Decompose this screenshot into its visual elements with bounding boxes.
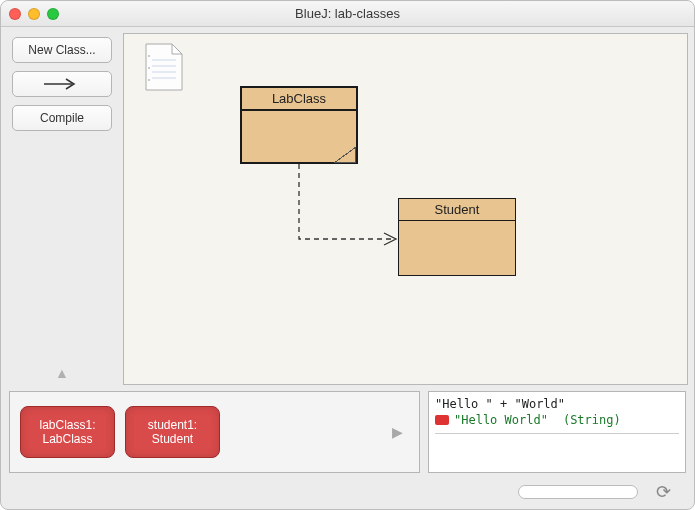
codepad-result-row: "Hello World" (String) (435, 413, 679, 427)
expand-bench-icon[interactable]: ▶ (392, 424, 403, 440)
object-type: LabClass (42, 432, 92, 446)
code-pad[interactable]: "Hello " + "World" "Hello World" (String… (428, 391, 686, 473)
class-box-student[interactable]: Student (398, 198, 516, 276)
codepad-expression: "Hello " + "World" (435, 397, 679, 411)
new-dependency-button[interactable] (12, 71, 112, 97)
codepad-result-value: "Hello World" (454, 413, 548, 427)
object-instance-student1[interactable]: student1: Student (125, 406, 220, 458)
object-bench[interactable]: labClass1: LabClass student1: Student ▶ (9, 391, 420, 473)
new-class-button[interactable]: New Class... (12, 37, 112, 63)
object-type: Student (152, 432, 193, 446)
codepad-input-area[interactable] (435, 433, 679, 467)
svg-point-5 (148, 55, 150, 57)
compile-button[interactable]: Compile (12, 105, 112, 131)
class-box-labclass[interactable]: LabClass (240, 86, 358, 164)
svg-point-7 (148, 79, 150, 81)
codepad-result-type: (String) (563, 413, 621, 427)
main-area: New Class... Compile ▲ LabClass (1, 27, 694, 391)
class-name-label: Student (399, 199, 515, 221)
class-diagram-canvas[interactable]: LabClass Student (123, 33, 688, 385)
progress-bar (518, 485, 638, 499)
bottom-panels: labClass1: LabClass student1: Student ▶ … (1, 391, 694, 479)
window-title: BlueJ: lab-classes (1, 6, 694, 21)
class-name-label: LabClass (242, 88, 356, 111)
object-result-icon[interactable] (435, 415, 449, 425)
readme-icon[interactable] (142, 42, 184, 92)
svg-point-6 (148, 67, 150, 69)
app-window: BlueJ: lab-classes New Class... Compile … (0, 0, 695, 510)
object-instance-labclass1[interactable]: labClass1: LabClass (20, 406, 115, 458)
titlebar: BlueJ: lab-classes (1, 1, 694, 27)
object-name: labClass1: (39, 418, 95, 432)
object-name: student1: (148, 418, 197, 432)
collapse-sidebar-icon[interactable]: ▲ (55, 365, 69, 381)
reset-vm-icon[interactable]: ⟳ (648, 481, 678, 503)
arrow-icon (42, 77, 82, 91)
status-bar: ⟳ (1, 479, 694, 509)
sidebar: New Class... Compile ▲ (7, 33, 117, 385)
